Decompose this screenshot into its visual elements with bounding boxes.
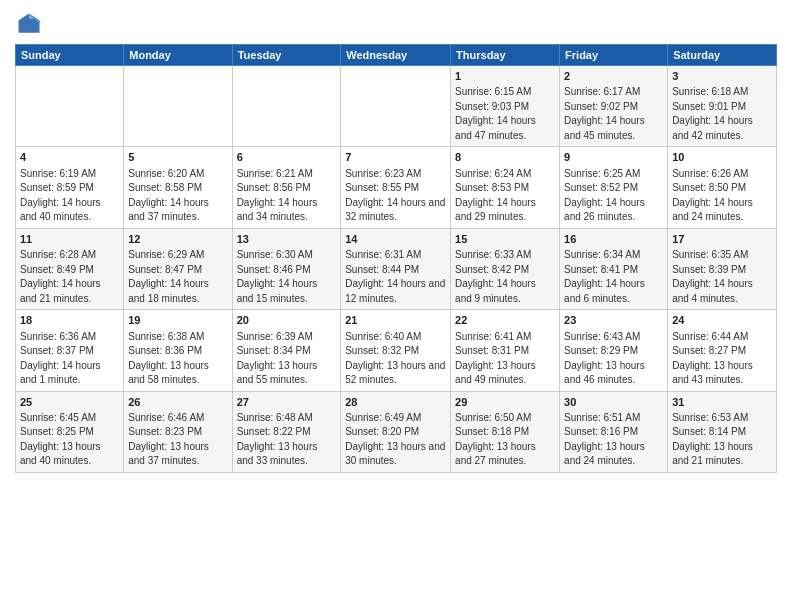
weekday-header-thursday: Thursday — [451, 45, 560, 66]
day-info: Sunrise: 6:35 AM Sunset: 8:39 PM Dayligh… — [672, 248, 772, 306]
day-info: Sunrise: 6:34 AM Sunset: 8:41 PM Dayligh… — [564, 248, 663, 306]
calendar-cell: 9Sunrise: 6:25 AM Sunset: 8:52 PM Daylig… — [560, 147, 668, 228]
calendar-cell: 30Sunrise: 6:51 AM Sunset: 8:16 PM Dayli… — [560, 391, 668, 472]
day-number: 29 — [455, 395, 555, 410]
day-number: 10 — [672, 150, 772, 165]
day-info: Sunrise: 6:15 AM Sunset: 9:03 PM Dayligh… — [455, 85, 555, 143]
weekday-header-tuesday: Tuesday — [232, 45, 341, 66]
calendar-cell: 29Sunrise: 6:50 AM Sunset: 8:18 PM Dayli… — [451, 391, 560, 472]
day-info: Sunrise: 6:50 AM Sunset: 8:18 PM Dayligh… — [455, 411, 555, 469]
day-number: 24 — [672, 313, 772, 328]
calendar-cell: 6Sunrise: 6:21 AM Sunset: 8:56 PM Daylig… — [232, 147, 341, 228]
day-number: 4 — [20, 150, 119, 165]
day-info: Sunrise: 6:25 AM Sunset: 8:52 PM Dayligh… — [564, 167, 663, 225]
day-info: Sunrise: 6:26 AM Sunset: 8:50 PM Dayligh… — [672, 167, 772, 225]
calendar-week-row: 18Sunrise: 6:36 AM Sunset: 8:37 PM Dayli… — [16, 310, 777, 391]
day-number: 15 — [455, 232, 555, 247]
day-number: 25 — [20, 395, 119, 410]
calendar-cell: 18Sunrise: 6:36 AM Sunset: 8:37 PM Dayli… — [16, 310, 124, 391]
day-info: Sunrise: 6:28 AM Sunset: 8:49 PM Dayligh… — [20, 248, 119, 306]
day-info: Sunrise: 6:49 AM Sunset: 8:20 PM Dayligh… — [345, 411, 446, 469]
day-number: 20 — [237, 313, 337, 328]
calendar-table: SundayMondayTuesdayWednesdayThursdayFrid… — [15, 44, 777, 473]
calendar-cell — [16, 66, 124, 147]
day-number: 3 — [672, 69, 772, 84]
calendar-cell: 19Sunrise: 6:38 AM Sunset: 8:36 PM Dayli… — [124, 310, 232, 391]
day-info: Sunrise: 6:46 AM Sunset: 8:23 PM Dayligh… — [128, 411, 227, 469]
day-number: 8 — [455, 150, 555, 165]
calendar-cell: 1Sunrise: 6:15 AM Sunset: 9:03 PM Daylig… — [451, 66, 560, 147]
day-info: Sunrise: 6:33 AM Sunset: 8:42 PM Dayligh… — [455, 248, 555, 306]
calendar-cell: 5Sunrise: 6:20 AM Sunset: 8:58 PM Daylig… — [124, 147, 232, 228]
day-number: 7 — [345, 150, 446, 165]
calendar-cell: 25Sunrise: 6:45 AM Sunset: 8:25 PM Dayli… — [16, 391, 124, 472]
day-info: Sunrise: 6:36 AM Sunset: 8:37 PM Dayligh… — [20, 330, 119, 388]
day-number: 28 — [345, 395, 446, 410]
day-info: Sunrise: 6:29 AM Sunset: 8:47 PM Dayligh… — [128, 248, 227, 306]
calendar-cell: 24Sunrise: 6:44 AM Sunset: 8:27 PM Dayli… — [668, 310, 777, 391]
calendar-cell: 14Sunrise: 6:31 AM Sunset: 8:44 PM Dayli… — [341, 228, 451, 309]
day-info: Sunrise: 6:45 AM Sunset: 8:25 PM Dayligh… — [20, 411, 119, 469]
calendar-cell — [232, 66, 341, 147]
weekday-header-friday: Friday — [560, 45, 668, 66]
calendar-cell: 2Sunrise: 6:17 AM Sunset: 9:02 PM Daylig… — [560, 66, 668, 147]
calendar-cell — [341, 66, 451, 147]
day-number: 9 — [564, 150, 663, 165]
calendar-cell: 10Sunrise: 6:26 AM Sunset: 8:50 PM Dayli… — [668, 147, 777, 228]
calendar-week-row: 4Sunrise: 6:19 AM Sunset: 8:59 PM Daylig… — [16, 147, 777, 228]
calendar-week-row: 25Sunrise: 6:45 AM Sunset: 8:25 PM Dayli… — [16, 391, 777, 472]
day-info: Sunrise: 6:38 AM Sunset: 8:36 PM Dayligh… — [128, 330, 227, 388]
day-info: Sunrise: 6:18 AM Sunset: 9:01 PM Dayligh… — [672, 85, 772, 143]
calendar-cell: 26Sunrise: 6:46 AM Sunset: 8:23 PM Dayli… — [124, 391, 232, 472]
day-number: 31 — [672, 395, 772, 410]
day-info: Sunrise: 6:31 AM Sunset: 8:44 PM Dayligh… — [345, 248, 446, 306]
day-number: 1 — [455, 69, 555, 84]
header — [15, 10, 777, 38]
day-info: Sunrise: 6:17 AM Sunset: 9:02 PM Dayligh… — [564, 85, 663, 143]
day-number: 13 — [237, 232, 337, 247]
page: SundayMondayTuesdayWednesdayThursdayFrid… — [0, 0, 792, 612]
day-number: 22 — [455, 313, 555, 328]
weekday-header-row: SundayMondayTuesdayWednesdayThursdayFrid… — [16, 45, 777, 66]
day-number: 5 — [128, 150, 227, 165]
day-info: Sunrise: 6:51 AM Sunset: 8:16 PM Dayligh… — [564, 411, 663, 469]
calendar-cell: 27Sunrise: 6:48 AM Sunset: 8:22 PM Dayli… — [232, 391, 341, 472]
day-info: Sunrise: 6:53 AM Sunset: 8:14 PM Dayligh… — [672, 411, 772, 469]
day-info: Sunrise: 6:41 AM Sunset: 8:31 PM Dayligh… — [455, 330, 555, 388]
calendar-cell: 23Sunrise: 6:43 AM Sunset: 8:29 PM Dayli… — [560, 310, 668, 391]
day-info: Sunrise: 6:24 AM Sunset: 8:53 PM Dayligh… — [455, 167, 555, 225]
day-number: 23 — [564, 313, 663, 328]
calendar-cell: 4Sunrise: 6:19 AM Sunset: 8:59 PM Daylig… — [16, 147, 124, 228]
calendar-cell: 31Sunrise: 6:53 AM Sunset: 8:14 PM Dayli… — [668, 391, 777, 472]
calendar-week-row: 11Sunrise: 6:28 AM Sunset: 8:49 PM Dayli… — [16, 228, 777, 309]
calendar-cell — [124, 66, 232, 147]
day-info: Sunrise: 6:43 AM Sunset: 8:29 PM Dayligh… — [564, 330, 663, 388]
weekday-header-sunday: Sunday — [16, 45, 124, 66]
day-info: Sunrise: 6:48 AM Sunset: 8:22 PM Dayligh… — [237, 411, 337, 469]
calendar-cell: 28Sunrise: 6:49 AM Sunset: 8:20 PM Dayli… — [341, 391, 451, 472]
calendar-cell: 11Sunrise: 6:28 AM Sunset: 8:49 PM Dayli… — [16, 228, 124, 309]
day-info: Sunrise: 6:23 AM Sunset: 8:55 PM Dayligh… — [345, 167, 446, 225]
weekday-header-saturday: Saturday — [668, 45, 777, 66]
calendar-cell: 3Sunrise: 6:18 AM Sunset: 9:01 PM Daylig… — [668, 66, 777, 147]
day-number: 16 — [564, 232, 663, 247]
weekday-header-monday: Monday — [124, 45, 232, 66]
day-number: 11 — [20, 232, 119, 247]
day-info: Sunrise: 6:20 AM Sunset: 8:58 PM Dayligh… — [128, 167, 227, 225]
weekday-header-wednesday: Wednesday — [341, 45, 451, 66]
day-number: 30 — [564, 395, 663, 410]
day-number: 19 — [128, 313, 227, 328]
day-number: 12 — [128, 232, 227, 247]
day-number: 6 — [237, 150, 337, 165]
day-info: Sunrise: 6:40 AM Sunset: 8:32 PM Dayligh… — [345, 330, 446, 388]
calendar-cell: 22Sunrise: 6:41 AM Sunset: 8:31 PM Dayli… — [451, 310, 560, 391]
logo-area — [15, 10, 47, 38]
calendar-cell: 17Sunrise: 6:35 AM Sunset: 8:39 PM Dayli… — [668, 228, 777, 309]
day-number: 27 — [237, 395, 337, 410]
day-number: 14 — [345, 232, 446, 247]
day-info: Sunrise: 6:19 AM Sunset: 8:59 PM Dayligh… — [20, 167, 119, 225]
day-info: Sunrise: 6:39 AM Sunset: 8:34 PM Dayligh… — [237, 330, 337, 388]
day-number: 2 — [564, 69, 663, 84]
calendar-cell: 8Sunrise: 6:24 AM Sunset: 8:53 PM Daylig… — [451, 147, 560, 228]
day-info: Sunrise: 6:30 AM Sunset: 8:46 PM Dayligh… — [237, 248, 337, 306]
